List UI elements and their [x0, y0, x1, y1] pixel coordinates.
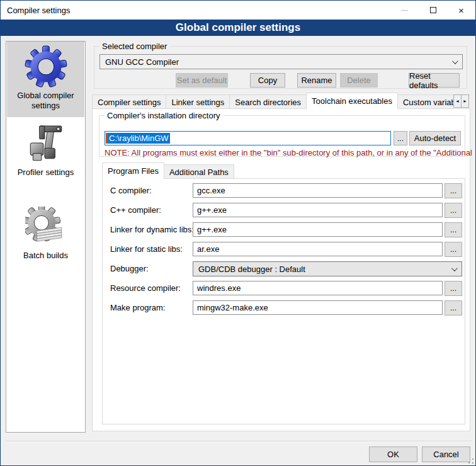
debugger-value: GDB/CDB debugger : Default	[198, 264, 305, 274]
ellipsis-icon: ...	[450, 225, 456, 234]
static-linker-label: Linker for static libs:	[110, 244, 183, 254]
ellipsis-icon: ...	[450, 245, 456, 254]
blue-gear-icon	[25, 45, 67, 88]
banner: Global compiler settings	[1, 20, 475, 36]
ellipsis-icon: ...	[450, 186, 456, 195]
window-title: Compiler settings	[7, 6, 70, 15]
sidebar-item-label: Batch builds	[7, 251, 84, 261]
tab-label: Additional Paths	[169, 168, 229, 177]
button-label: Rename	[301, 76, 332, 85]
dynamic-linker-input[interactable]	[193, 222, 443, 237]
cpp-compiler-input[interactable]	[193, 203, 443, 217]
tab-scroll-right-button[interactable]: ►	[461, 94, 469, 108]
selected-compiler-legend: Selected compiler	[99, 42, 169, 51]
make-program-label: Make program:	[110, 303, 165, 312]
resize-grip[interactable]	[468, 458, 473, 463]
program-files-panel: C compiler: ... C++ compiler: ... Linker…	[102, 178, 465, 424]
tab-search-directories[interactable]: Search directories	[229, 94, 307, 109]
tab-program-files[interactable]: Program Files	[102, 162, 164, 179]
cpp-compiler-browse-button[interactable]: ...	[445, 203, 462, 218]
auto-detect-button[interactable]: Auto-detect	[409, 131, 461, 145]
tab-label: Compiler settings	[98, 98, 161, 107]
close-icon: ×	[458, 6, 464, 15]
make-program-input[interactable]	[193, 300, 443, 315]
sidebar-item-label: Profiler settings	[7, 168, 84, 178]
make-program-browse-button[interactable]: ...	[445, 300, 462, 315]
static-linker-browse-button[interactable]: ...	[445, 242, 462, 257]
tab-scroll-buttons: ◄ ►	[453, 94, 469, 108]
program-tabs: Program Files Additional Paths	[102, 162, 234, 179]
sidebar-item-label: Global compiler settings	[7, 91, 84, 111]
cancel-button[interactable]: Cancel	[422, 446, 470, 462]
resource-compiler-label: Resource compiler:	[110, 283, 181, 293]
selected-compiler-value: GNU GCC Compiler	[105, 57, 179, 67]
ellipsis-icon: ...	[450, 304, 456, 312]
chevron-down-icon	[452, 58, 458, 64]
close-button[interactable]: ×	[447, 1, 475, 20]
note-text: NOTE: All programs must exist either in …	[105, 148, 476, 157]
cpp-compiler-label: C++ compiler:	[110, 205, 161, 215]
settings-category-list: Global compiler settings	[6, 41, 86, 433]
tab-compiler-settings[interactable]: Compiler settings	[92, 94, 166, 109]
c-compiler-label: C compiler:	[110, 186, 152, 195]
scroll-right-icon: ►	[463, 99, 467, 103]
maximize-icon	[430, 7, 436, 13]
caliper-tool-icon	[25, 123, 67, 165]
chevron-down-icon	[451, 265, 458, 271]
installation-directory-input[interactable]: C:\raylib\MinGW	[105, 131, 391, 145]
title-bar[interactable]: Compiler settings ×	[1, 1, 475, 20]
ellipsis-icon: ...	[397, 134, 404, 143]
button-label: Auto-detect	[414, 134, 456, 143]
reset-defaults-button[interactable]: Reset defaults	[409, 73, 460, 88]
toolchain-executables-panel: Compiler's installation directory C:\ray…	[92, 108, 470, 431]
tab-label: Toolchain executables	[312, 96, 392, 106]
button-label: Copy	[258, 76, 277, 85]
installation-directory-value: C:\raylib\MinGW	[108, 133, 170, 144]
copy-button[interactable]: Copy	[250, 73, 285, 88]
button-label: Cancel	[433, 450, 458, 459]
debugger-dropdown[interactable]: GDB/CDB debugger : Default	[193, 261, 462, 276]
static-linker-input[interactable]	[193, 242, 443, 256]
scroll-left-icon: ◄	[455, 99, 460, 103]
footer-divider	[6, 441, 472, 442]
dynamic-linker-label: Linker for dynamic libs:	[110, 225, 194, 234]
installation-directory-group: Compiler's installation directory C:\ray…	[99, 115, 465, 157]
tab-label: Linker settings	[171, 98, 224, 107]
ellipsis-icon: ...	[450, 284, 456, 293]
button-label: Delete	[347, 76, 371, 85]
window-controls: ×	[390, 1, 475, 20]
installation-directory-legend: Compiler's installation directory	[105, 111, 223, 120]
tab-toolchain-executables[interactable]: Toolchain executables	[306, 93, 398, 109]
tab-additional-paths[interactable]: Additional Paths	[164, 164, 234, 179]
compiler-settings-dialog: Compiler settings × Global compiler sett…	[0, 0, 476, 466]
gray-gear-stack-icon	[25, 207, 67, 248]
minimize-button[interactable]	[390, 1, 419, 20]
c-compiler-input[interactable]	[193, 183, 443, 198]
resource-compiler-input[interactable]	[193, 281, 443, 295]
button-label: Reset defaults	[409, 71, 459, 90]
tab-label: Search directories	[235, 98, 301, 107]
resource-compiler-browse-button[interactable]: ...	[445, 281, 462, 296]
banner-title: Global compiler settings	[176, 21, 300, 34]
button-label: OK	[387, 450, 399, 459]
set-as-default-button[interactable]: Set as default	[176, 73, 228, 88]
compiler-tabs: Compiler settings Linker settings Search…	[92, 93, 470, 109]
tab-label: Program Files	[108, 166, 159, 176]
delete-button[interactable]: Delete	[340, 73, 378, 88]
debugger-label: Debugger:	[110, 264, 149, 273]
rename-button[interactable]: Rename	[297, 73, 336, 88]
c-compiler-browse-button[interactable]: ...	[445, 183, 462, 198]
sidebar-item-profiler-settings[interactable]: Profiler settings	[7, 120, 84, 190]
ellipsis-icon: ...	[450, 206, 456, 215]
minimize-icon	[401, 10, 408, 11]
button-label: Set as default	[177, 76, 227, 85]
ok-button[interactable]: OK	[369, 446, 417, 462]
selected-compiler-dropdown[interactable]: GNU GCC Compiler	[99, 54, 463, 69]
sidebar-item-global-compiler-settings[interactable]: Global compiler settings	[7, 42, 84, 117]
dynamic-linker-browse-button[interactable]: ...	[445, 222, 462, 237]
selected-compiler-group: Selected compiler GNU GCC Compiler Set a…	[94, 46, 467, 89]
maximize-button[interactable]	[419, 1, 447, 20]
sidebar-item-batch-builds[interactable]: Batch builds	[7, 203, 84, 268]
browse-directory-button[interactable]: ...	[394, 131, 407, 145]
tab-linker-settings[interactable]: Linker settings	[166, 94, 230, 109]
